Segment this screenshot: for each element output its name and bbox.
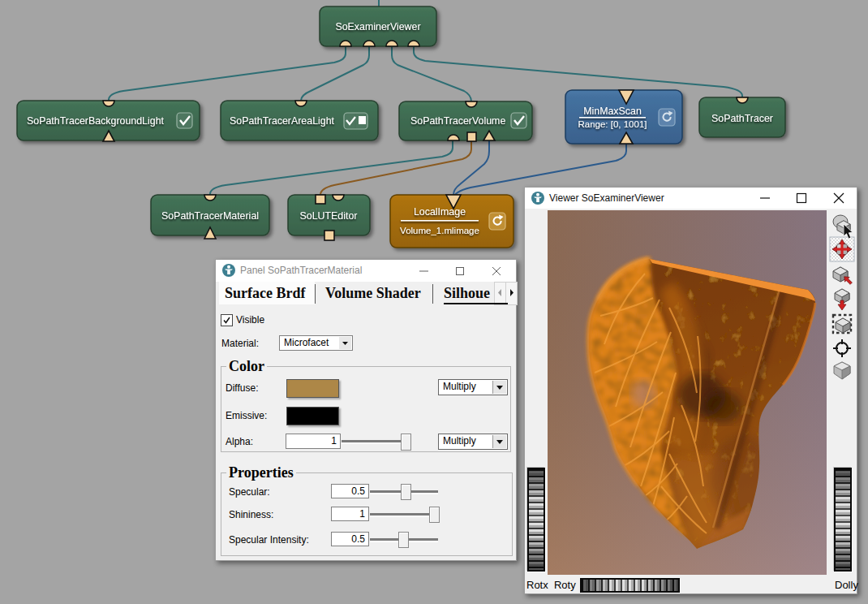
svg-text:MinMaxScan: MinMaxScan <box>583 106 642 117</box>
svg-text:SoPathTracerBackgroundLight: SoPathTracerBackgroundLight <box>27 115 165 127</box>
svg-text:SoPathTracer: SoPathTracer <box>711 113 773 124</box>
svg-text:LocalImage: LocalImage <box>414 206 466 218</box>
svg-text:SoPathTracerAreaLight: SoPathTracerAreaLight <box>230 115 335 127</box>
svg-text:SoPathTracerVolume: SoPathTracerVolume <box>410 115 505 127</box>
svg-text:SoPathTracerMaterial: SoPathTracerMaterial <box>161 210 259 222</box>
svg-text:Volume_1.mlimage: Volume_1.mlimage <box>400 226 479 235</box>
svg-text:SoLUTEditor: SoLUTEditor <box>300 210 358 222</box>
svg-text:Range: [0, 1001]: Range: [0, 1001] <box>578 119 647 129</box>
svg-text:SoExaminerViewer: SoExaminerViewer <box>335 21 420 32</box>
